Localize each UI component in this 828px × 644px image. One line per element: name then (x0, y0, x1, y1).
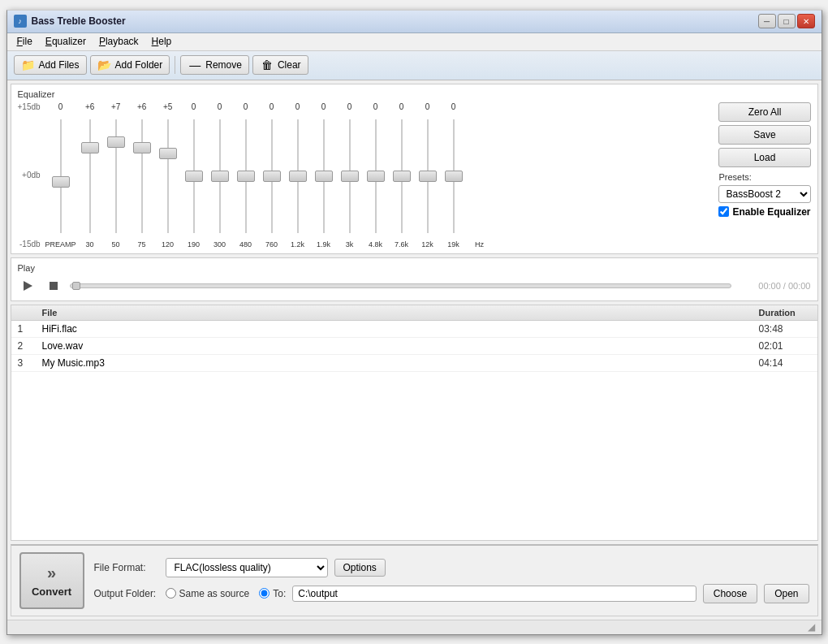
eq-label-preamp: PREAMP (45, 240, 76, 249)
eq-band-19k: 0 19k (442, 102, 466, 249)
format-select[interactable]: FLAC(lossless quality) MP3 WAV OGG AAC (166, 558, 328, 577)
eq-slider-preamp[interactable] (60, 115, 62, 237)
file-list-header: File Duration (11, 305, 817, 321)
clear-button[interactable]: 🗑 Clear (252, 55, 308, 75)
eq-thumb-3k[interactable] (341, 171, 359, 182)
progress-bar[interactable] (70, 283, 731, 288)
add-files-button[interactable]: 📁 Add Files (14, 55, 87, 75)
radio-same-source-input[interactable] (166, 588, 176, 599)
file-name-1: HiFi.flac (36, 323, 753, 335)
eq-slider-7k6[interactable] (401, 115, 403, 237)
radio-to[interactable]: To: (259, 588, 286, 599)
resize-handle[interactable]: ◢ (808, 621, 815, 633)
zero-all-button[interactable]: Zero All (718, 102, 810, 122)
load-button[interactable]: Load (718, 148, 810, 167)
eq-thumb-19k[interactable] (445, 171, 463, 182)
eq-value-480: 0 (244, 102, 248, 114)
eq-hz-col: Hz (468, 239, 492, 249)
eq-label-4k8: 4.8k (369, 240, 382, 249)
radio-same-as-source[interactable]: Same as source (166, 588, 250, 599)
stop-button[interactable] (44, 276, 63, 296)
table-row[interactable]: 3 My Music.mp3 04:14 (11, 355, 817, 372)
eq-slider-19k[interactable] (453, 115, 455, 237)
table-row[interactable]: 1 HiFi.flac 03:48 (11, 321, 817, 338)
eq-slider-190[interactable] (193, 115, 195, 237)
eq-band-7k6: 0 7.6k (390, 102, 414, 249)
eq-thumb-120[interactable] (159, 148, 177, 159)
options-button[interactable]: Options (334, 559, 386, 577)
eq-label-300: 300 (213, 240, 226, 249)
eq-thumb-50[interactable] (107, 136, 125, 148)
radio-to-input[interactable] (259, 588, 270, 599)
eq-band-3k: 0 3k (338, 102, 362, 249)
play-icon (22, 280, 33, 292)
close-button[interactable]: ✕ (797, 14, 815, 28)
eq-thumb-300[interactable] (211, 171, 229, 182)
title-bar: ♪ Bass Treble Booster ─ □ ✕ (7, 11, 822, 33)
file-num-2: 2 (11, 340, 36, 352)
eq-slider-75[interactable] (141, 115, 143, 237)
menu-equalizer[interactable]: Equalizer (39, 34, 93, 49)
convert-button[interactable]: » Convert (19, 552, 84, 609)
file-list-body[interactable]: 1 HiFi.flac 03:48 2 Love.wav 02:01 3 My … (11, 321, 817, 540)
save-button[interactable]: Save (718, 125, 810, 145)
eq-thumb-4k8[interactable] (367, 171, 385, 182)
app-icon: ♪ (14, 15, 27, 28)
eq-thumb-760[interactable] (263, 171, 281, 182)
table-row[interactable]: 2 Love.wav 02:01 (11, 338, 817, 355)
eq-thumb-7k6[interactable] (393, 171, 411, 182)
eq-track-190 (193, 119, 195, 233)
eq-slider-300[interactable] (219, 115, 221, 237)
eq-value-30: +6 (85, 102, 94, 114)
eq-slider-30[interactable] (89, 115, 91, 237)
svg-rect-1 (50, 282, 58, 290)
output-path-input[interactable] (292, 586, 696, 602)
eq-slider-480[interactable] (245, 115, 247, 237)
presets-select[interactable]: BassBoost 2 BassBoost 1 Rock Pop Jazz Cl… (718, 185, 810, 203)
radio-group: Same as source To: (166, 588, 287, 599)
menu-file[interactable]: File (11, 34, 39, 49)
col-duration-header: Duration (753, 308, 817, 318)
eq-thumb-480[interactable] (237, 171, 255, 182)
eq-thumb-190[interactable] (185, 171, 203, 182)
eq-slider-4k8[interactable] (375, 115, 377, 237)
eq-thumb-1k2[interactable] (289, 171, 307, 182)
add-folder-button[interactable]: 📂 Add Folder (90, 55, 170, 75)
play-label: Play (18, 263, 811, 273)
menu-help[interactable]: Help (145, 34, 179, 49)
toolbar-separator-1 (175, 56, 175, 74)
remove-button[interactable]: — Remove (180, 55, 249, 75)
format-label: File Format: (94, 562, 159, 573)
eq-thumb-12k[interactable] (419, 171, 437, 182)
enable-eq-checkbox[interactable] (718, 206, 729, 217)
eq-track-30 (89, 119, 91, 233)
progress-thumb[interactable] (72, 282, 80, 290)
open-button[interactable]: Open (764, 584, 809, 603)
eq-thumb-75[interactable] (133, 142, 151, 153)
eq-slider-3k[interactable] (349, 115, 351, 237)
eq-slider-50[interactable] (115, 115, 117, 237)
eq-label-760: 760 (265, 240, 278, 249)
eq-sliders-container: +15db +0db -15db 0 PREAMP (18, 102, 713, 249)
choose-button[interactable]: Choose (703, 584, 757, 603)
eq-thumb-1k9[interactable] (315, 171, 333, 182)
eq-thumb-30[interactable] (81, 142, 99, 153)
eq-slider-12k[interactable] (427, 115, 429, 237)
eq-label-3k: 3k (346, 240, 354, 249)
eq-slider-1k9[interactable] (323, 115, 325, 237)
play-button[interactable] (18, 276, 37, 296)
minimize-button[interactable]: ─ (758, 14, 776, 28)
eq-slider-760[interactable] (271, 115, 273, 237)
eq-label-480: 480 (239, 240, 252, 249)
maximize-button[interactable]: □ (778, 14, 796, 28)
menu-playback[interactable]: Playback (93, 34, 145, 49)
eq-slider-1k2[interactable] (297, 115, 299, 237)
play-section: Play 00:00 / 00:00 (11, 257, 818, 301)
eq-label-19k: 19k (447, 240, 459, 249)
eq-slider-120[interactable] (167, 115, 169, 237)
convert-options: File Format: FLAC(lossless quality) MP3 … (94, 558, 809, 603)
eq-track-75 (141, 119, 143, 233)
eq-value-7k6: 0 (399, 102, 404, 114)
eq-track-760 (271, 119, 273, 233)
eq-thumb-preamp[interactable] (52, 176, 70, 188)
